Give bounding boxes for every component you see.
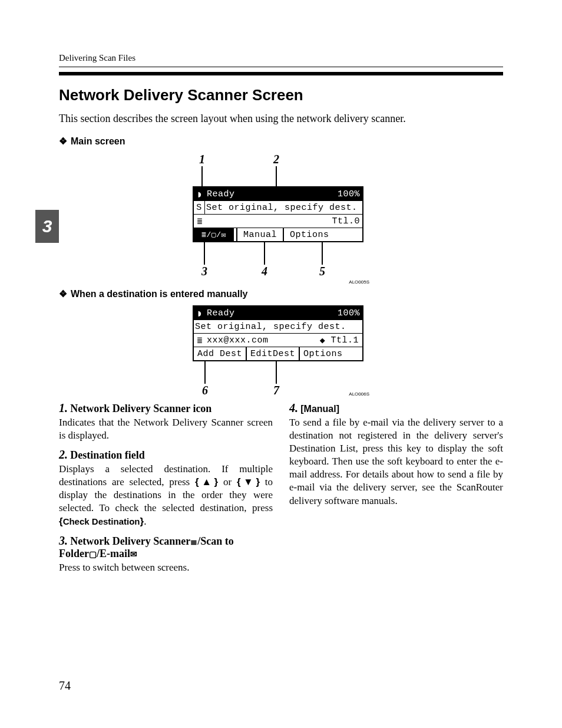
running-head: Delivering Scan Files [59, 53, 503, 67]
lcd-manual: Manual [236, 228, 283, 241]
folder-icon: ▢ [89, 550, 97, 559]
figure-1: 1 2 ◗ Ready 100% S Set original, specify… [59, 153, 503, 285]
key-check-destination: Check Destination [63, 516, 140, 526]
text-run: /E-mail [97, 548, 130, 559]
lcd-manual-dest: ◗ Ready 100% Set original, specify dest.… [193, 305, 363, 361]
key-open: { [237, 476, 241, 487]
item-3: 3. Network Delivery Scanner≣/Scan to Fol… [59, 534, 273, 574]
lcd-dest: xxx@xxx.com [206, 334, 318, 347]
subhead-label: Main screen [71, 136, 125, 146]
text-run: . [144, 516, 146, 527]
lcd-msg: Set original, specify dest. [194, 320, 362, 333]
item-title-text: Network Delivery Scanner≣/Scan to Folder… [59, 535, 234, 559]
lcd-msg: Set original, specify dest. [205, 201, 362, 214]
item-number: 3. [59, 534, 68, 547]
up-arrow-icon: ▲ [199, 476, 214, 487]
lcd-edit-dest: EditDest [246, 347, 299, 360]
diamond-icon: ❖ [59, 289, 67, 299]
subhead-main-screen: ❖Main screen [59, 136, 503, 147]
item-4: 4. [Manual] To send a file by e-mail via… [289, 401, 503, 508]
scanner-icon: ◗ [194, 307, 206, 319]
key-open: { [195, 476, 199, 487]
callout-6: 6 [193, 384, 217, 397]
item-body: Indicates that the Network Delivery Scan… [59, 416, 273, 442]
item-title-text: Network Delivery Scanner icon [70, 403, 211, 414]
mode-icons: ≣/▢/✉ [194, 228, 234, 241]
lcd-pct: 100% [335, 187, 362, 200]
diamond-icon: ❖ [59, 136, 67, 146]
email-icon: ✉ [130, 550, 137, 559]
chapter-tab: 3 [35, 210, 59, 243]
down-arrow-icon: ▼ [241, 476, 256, 487]
item-body: Displays a selected destination. If mult… [59, 463, 273, 528]
lcd-ready: Ready [206, 187, 254, 200]
figure-note-1: ALO005S [193, 279, 369, 285]
callout-3: 3 [193, 265, 216, 278]
item-1: 1. Network Delivery Scanner icon Indicat… [59, 401, 273, 442]
lcd-s-cell: S [194, 201, 205, 214]
item-title-text: [Manual] [300, 404, 339, 414]
lcd-total: Ttl.0 [329, 215, 362, 228]
list-icon: ≣ [194, 334, 206, 347]
intro-paragraph: This section describes the screen layout… [59, 113, 503, 125]
key-open: { [59, 516, 63, 527]
callout-1: 1 [193, 153, 211, 166]
rule [59, 72, 503, 75]
subhead-manual-dest: ❖When a destination is entered manually [59, 288, 503, 299]
item-number: 4. [289, 401, 298, 414]
section-title: Network Delivery Scanner Screen [59, 86, 503, 104]
scanner-icon: ◗ [194, 187, 206, 200]
item-number: 1. [59, 401, 68, 414]
callout-2: 2 [270, 153, 282, 166]
lcd-options: Options [283, 228, 362, 241]
figure-2: ◗ Ready 100% Set original, specify dest.… [59, 305, 503, 397]
item-title-text: Destination field [70, 449, 145, 461]
updown-icon: ◆ [318, 334, 327, 347]
subhead-label: When a destination is entered manually [71, 289, 248, 299]
page-number: 74 [59, 679, 71, 693]
lcd-options: Options [299, 347, 362, 360]
callout-5: 5 [316, 265, 328, 278]
item-body: To send a file by e-mail via the deliver… [289, 416, 503, 508]
lcd-pct: 100% [335, 307, 362, 319]
lcd-total: Ttl.1 [327, 334, 362, 347]
right-column: 4. [Manual] To send a file by e-mail via… [289, 401, 503, 580]
item-number: 2. [59, 448, 68, 461]
list-icon: ≣ [190, 538, 197, 546]
callout-7: 7 [270, 384, 282, 397]
item-2: 2. Destination field Displays a selected… [59, 448, 273, 528]
callout-4: 4 [259, 265, 270, 278]
description-columns: 1. Network Delivery Scanner icon Indicat… [59, 401, 503, 580]
list-icon: ≣ [194, 215, 206, 228]
item-body: Press to switch between screens. [59, 561, 273, 574]
lcd-add-dest: Add Dest [194, 347, 246, 360]
lcd-ready: Ready [206, 307, 254, 319]
text-run: or [218, 476, 237, 487]
left-column: 1. Network Delivery Scanner icon Indicat… [59, 401, 273, 580]
lcd-main: ◗ Ready 100% S Set original, specify des… [193, 186, 363, 242]
text-run: Network Delivery Scanner [70, 535, 190, 547]
